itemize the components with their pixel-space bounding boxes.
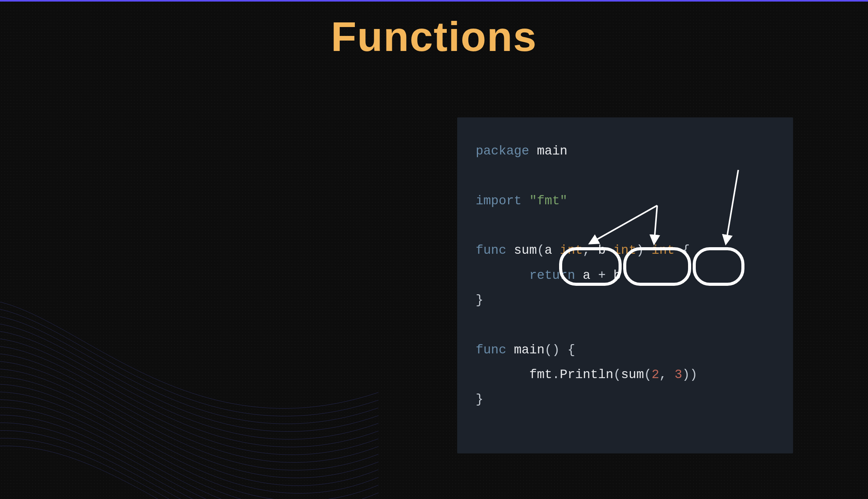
tok-func-kw-main: func (476, 343, 506, 357)
tok-param2-name: b (598, 243, 606, 258)
tok-param2-type: int (614, 243, 636, 258)
tok-sum-name: sum (514, 243, 537, 258)
tok-return-a: a (583, 268, 590, 283)
tok-param1-name: a (544, 243, 552, 258)
tok-import-target: "fmt" (529, 194, 568, 208)
tok-main-name: main (514, 343, 544, 357)
tok-call-arg1: 2 (652, 368, 659, 382)
decorative-waves (0, 199, 378, 499)
tok-return-type: int (652, 243, 675, 258)
tok-import-kw: import (476, 194, 522, 208)
tok-func-kw-sum: func (476, 243, 506, 258)
tok-call-inner-fn: sum (621, 368, 644, 382)
slide-title: Functions (0, 12, 868, 61)
tok-return-b: b (614, 268, 621, 283)
slide-stage: Functions Return type Aruments package m… (0, 0, 868, 499)
go-code-block: package main import "fmt" func sum(a int… (457, 117, 793, 453)
tok-param1-type: int (560, 243, 583, 258)
tok-return-kw: return (529, 268, 575, 283)
tok-package-name: main (537, 144, 567, 158)
tok-call-arg2: 3 (675, 368, 682, 382)
tok-call-pkg: fmt (529, 368, 552, 382)
tok-call-fn: Println (560, 368, 614, 382)
tok-package-kw: package (476, 144, 529, 158)
tok-return-plus: + (598, 268, 606, 283)
